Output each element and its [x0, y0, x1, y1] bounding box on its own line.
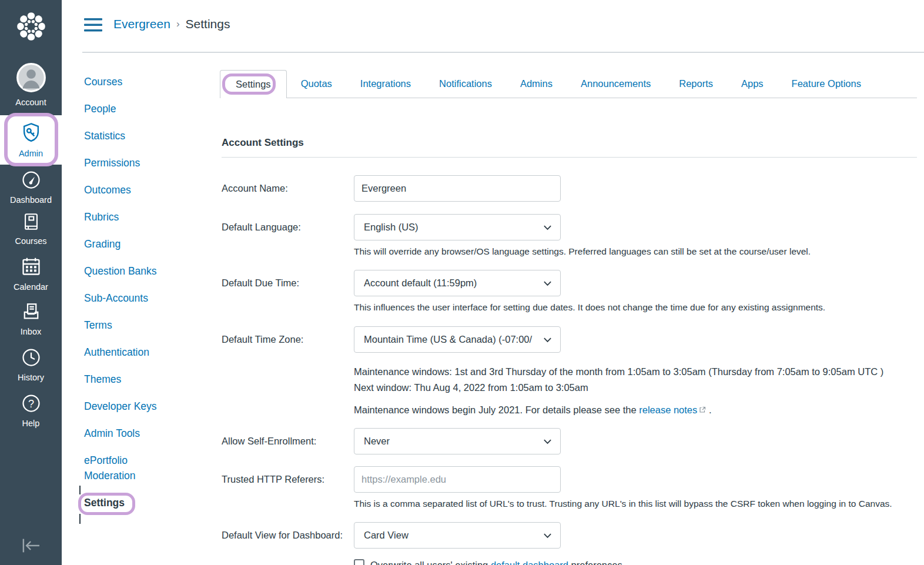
default-time-zone-label: Default Time Zone: — [222, 334, 354, 345]
subnav-item-settings[interactable]: Settings — [84, 495, 181, 510]
subnav-item-terms[interactable]: Terms — [84, 317, 181, 333]
account-name-row: Account Name: — [222, 175, 917, 202]
subnav-item-sub-accounts[interactable]: Sub-Accounts — [84, 290, 181, 306]
account-settings-form: Account Settings Account Name: Default L… — [222, 0, 917, 565]
admin-shield-key-icon — [20, 122, 42, 146]
collapse-arrow-icon — [19, 537, 43, 557]
sidebar-item-label: Courses — [15, 236, 47, 246]
maintenance-windows-text: Maintenance windows: 1st and 3rd Thursda… — [354, 364, 917, 396]
default-time-zone-row: Default Time Zone: Mountain Time (US & C… — [222, 326, 917, 353]
hamburger-menu-icon[interactable] — [84, 18, 102, 34]
sidebar-item-calendar[interactable]: Calendar — [0, 255, 62, 292]
account-avatar-icon — [16, 62, 46, 95]
account-subnav: Courses People Statistics Permissions Ou… — [84, 74, 181, 522]
default-due-time-helper: This influences the user interface for s… — [354, 302, 917, 313]
sidebar-item-history[interactable]: History — [0, 347, 62, 382]
sidebar-item-label: Admin — [19, 149, 43, 158]
default-language-label: Default Language: — [222, 222, 354, 233]
default-view-row: Default View for Dashboard: Card View — [222, 522, 917, 549]
sidebar-item-label: Help — [22, 419, 40, 428]
svg-text:?: ? — [28, 398, 34, 410]
default-view-select[interactable]: Card View — [354, 522, 561, 549]
inbox-tray-icon — [21, 301, 42, 324]
subnav-item-developer-keys[interactable]: Developer Keys — [84, 399, 181, 414]
chevron-down-icon — [543, 530, 552, 541]
maintenance-line-2: Next window: Thu Aug 4, 2022 from 1:05am… — [354, 382, 588, 393]
trusted-referers-helper: This is a comma separated list of URL's … — [354, 498, 917, 510]
subnav-item-people[interactable]: People — [84, 101, 181, 116]
sidebar-item-dashboard[interactable]: Dashboard — [0, 169, 62, 205]
sidebar-item-label: Calendar — [14, 282, 48, 292]
subnav-item-eportfolio-moderation[interactable]: ePortfolio Moderation — [84, 453, 181, 483]
subnav-item-statistics[interactable]: Statistics — [84, 128, 181, 143]
default-due-time-value: Account default (11:59pm) — [364, 278, 543, 289]
overwrite-dashboard-checkbox[interactable] — [354, 559, 364, 565]
global-nav-sidebar: Account Admin Dashboard — [0, 0, 62, 565]
sidebar-item-label: Inbox — [21, 327, 41, 336]
default-due-time-select[interactable]: Account default (11:59pm) — [354, 270, 561, 296]
help-question-icon: ? — [21, 393, 42, 416]
overwrite-dashboard-row: Overwrite all users' existing default da… — [354, 559, 917, 565]
overwrite-label-suffix: preferences — [568, 560, 622, 565]
default-view-value: Card View — [364, 530, 543, 541]
sidebar-item-inbox[interactable]: Inbox — [0, 301, 62, 336]
default-due-time-label: Default Due Time: — [222, 278, 354, 289]
subnav-item-admin-tools[interactable]: Admin Tools — [84, 426, 181, 441]
sidebar-item-courses[interactable]: Courses — [0, 212, 62, 246]
canvas-logo-icon — [14, 9, 48, 46]
trusted-referers-label: Trusted HTTP Referers: — [222, 474, 354, 485]
heading-divider — [222, 157, 917, 158]
allow-self-enrollment-select[interactable]: Never — [354, 428, 561, 454]
breadcrumb-account-link[interactable]: Evergreen — [113, 17, 170, 31]
subnav-item-themes[interactable]: Themes — [84, 372, 181, 387]
page-title: Account Settings — [222, 136, 917, 149]
tab-settings[interactable]: Settings — [220, 70, 287, 98]
chevron-down-icon — [543, 334, 552, 345]
subnav-item-grading[interactable]: Grading — [84, 236, 181, 252]
subnav-item-rubrics[interactable]: Rubrics — [84, 209, 181, 225]
sidebar-item-label: Account — [15, 98, 46, 107]
release-notes-link[interactable]: release notes — [639, 404, 697, 415]
default-due-time-row: Default Due Time: Account default (11:59… — [222, 270, 917, 296]
default-time-zone-select[interactable]: Mountain Time (US & Canada) (-07:00/ — [354, 326, 561, 353]
sidebar-item-help[interactable]: ? Help — [0, 393, 62, 428]
subnav-item-permissions[interactable]: Permissions — [84, 155, 181, 170]
breadcrumb-separator: › — [176, 18, 180, 30]
allow-self-enrollment-value: Never — [364, 436, 543, 447]
history-clock-icon — [21, 347, 42, 370]
sidebar-item-admin[interactable]: Admin — [0, 115, 62, 165]
default-view-label: Default View for Dashboard: — [222, 530, 354, 541]
breadcrumb: Evergreen › Settings — [113, 17, 230, 31]
overwrite-dashboard-label: Overwrite all users' existing default da… — [370, 559, 622, 565]
account-name-label: Account Name: — [222, 183, 354, 194]
courses-book-icon — [21, 212, 41, 233]
chevron-down-icon — [543, 278, 552, 289]
subnav-item-outcomes[interactable]: Outcomes — [84, 182, 181, 198]
chevron-down-icon — [543, 436, 552, 447]
chevron-down-icon — [543, 222, 552, 233]
collapse-sidebar-button[interactable] — [0, 537, 62, 557]
canvas-logo[interactable] — [0, 9, 62, 46]
trusted-referers-input[interactable] — [354, 466, 561, 493]
sidebar-item-account[interactable]: Account — [0, 62, 62, 107]
subnav-item-authentication[interactable]: Authentication — [84, 345, 181, 360]
maintenance-line-3-suffix: . — [706, 404, 711, 415]
default-language-row: Default Language: English (US) — [222, 214, 917, 240]
sidebar-item-label: History — [18, 373, 44, 382]
sidebar-item-label: Dashboard — [10, 195, 52, 205]
maintenance-line-3-prefix: Maintenance windows begin July 2021. For… — [354, 404, 639, 415]
main-content: Evergreen › Settings Courses People Stat… — [62, 0, 924, 565]
subnav-item-question-banks[interactable]: Question Banks — [84, 263, 181, 279]
default-language-select[interactable]: English (US) — [354, 214, 561, 240]
calendar-icon — [20, 255, 42, 279]
dashboard-gauge-icon — [21, 169, 42, 192]
allow-self-enrollment-row: Allow Self-Enrollment: Never — [222, 428, 917, 454]
overwrite-label-prefix: Overwrite all users' existing — [370, 560, 491, 565]
allow-self-enrollment-label: Allow Self-Enrollment: — [222, 436, 354, 447]
account-name-input[interactable] — [354, 175, 561, 202]
external-link-icon — [699, 402, 706, 418]
maintenance-release-notes-line: Maintenance windows begin July 2021. For… — [354, 402, 917, 418]
maintenance-line-1: Maintenance windows: 1st and 3rd Thursda… — [354, 366, 883, 377]
subnav-item-courses[interactable]: Courses — [84, 74, 181, 89]
default-dashboard-link[interactable]: default dashboard — [491, 560, 568, 565]
